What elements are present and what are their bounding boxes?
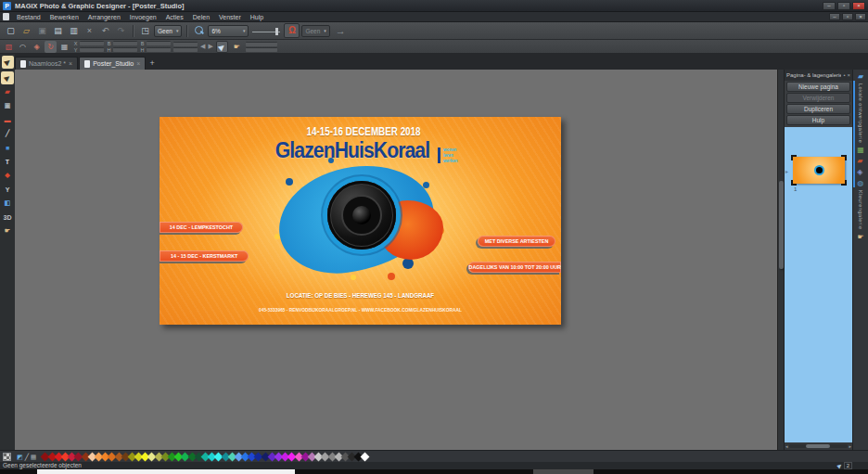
menu-item[interactable]: Acties (161, 14, 188, 20)
restore-button[interactable]: ▫ (837, 2, 850, 10)
new-document-icon[interactable]: ▢ (4, 24, 18, 38)
fill-edit-icon[interactable]: ◈ (31, 41, 43, 53)
redo-icon[interactable]: ↷ (114, 24, 128, 38)
menu-item[interactable]: Bestand (12, 14, 45, 20)
page-gallery[interactable]: ▸ 1 (785, 127, 852, 442)
forward-arrow-icon[interactable]: → (336, 25, 346, 36)
tab-poster-studio[interactable]: Poster_Studio × (79, 57, 146, 70)
mold-tool-button[interactable]: ☛ (1, 224, 14, 237)
panel-close-icon[interactable]: × (847, 72, 850, 78)
shapes-gallery-icon[interactable]: ◈ (857, 168, 864, 176)
feather-dropdown[interactable]: Geen▾ (154, 25, 182, 37)
fill-tool-button[interactable]: ◆ (1, 169, 14, 182)
text-tool-button[interactable]: T (1, 155, 14, 168)
paste-icon[interactable]: ▥ (67, 24, 81, 38)
new-page-button[interactable]: Nieuwe pagina (786, 82, 850, 92)
page-expand-arrow-icon[interactable]: ▸ (785, 168, 788, 174)
copy-icon[interactable]: ▤ (51, 24, 65, 38)
panel-horizontal-scrollbar[interactable]: ◂ ▸ (785, 442, 852, 450)
close-button[interactable]: × (852, 2, 865, 10)
width-label: B (107, 41, 111, 46)
open-icon[interactable]: ▱ (19, 24, 33, 38)
y-position-field[interactable] (80, 47, 104, 52)
undo-icon[interactable]: ↶ (98, 24, 112, 38)
minimize-button[interactable]: – (823, 2, 836, 10)
photo-enhance-tool-button[interactable]: ▣ (1, 99, 14, 112)
scale-height-field[interactable] (147, 47, 171, 52)
chevron-down-icon: ▾ (243, 28, 246, 33)
photo-paint-tool-button[interactable]: ▰ (1, 85, 14, 98)
height-field[interactable] (113, 47, 137, 52)
shadow-tool-button[interactable]: ◧ (1, 197, 14, 210)
zoom-level-dropdown[interactable]: 6%▾ (208, 25, 249, 37)
zoom-slider[interactable] (250, 25, 282, 37)
help-button[interactable]: Hulp (786, 115, 850, 125)
transform-icon[interactable]: ◳ (138, 24, 152, 38)
push-tool-icon[interactable]: ☛ (231, 41, 243, 53)
rotate-mode-icon[interactable]: ↻ (45, 41, 57, 53)
transparency-tool-button[interactable]: Y (1, 183, 14, 196)
grid-snap-icon[interactable]: ▦ (58, 41, 70, 53)
skew-angle-field[interactable] (173, 47, 198, 52)
doc-close-button[interactable]: × (855, 13, 866, 20)
hand-gallery-icon[interactable]: ☛ (857, 233, 863, 241)
arrowhead-field[interactable] (246, 47, 277, 52)
x-position-field[interactable] (80, 41, 104, 45)
duplicate-page-button[interactable]: Dupliceren (786, 104, 850, 114)
doc-minimize-button[interactable]: – (829, 13, 840, 20)
canvas[interactable]: 14-15-16 DECEMBER 2018 GlazenHuisKoraal … (15, 70, 777, 450)
delete-page-button[interactable]: Verwijderen (786, 93, 850, 103)
design-gallery-label[interactable]: Lokale ontwerpgalerie (858, 83, 863, 143)
scroll-right-icon[interactable]: ▸ (849, 443, 851, 449)
active-tool-indicator[interactable]: ▶ (0, 54, 15, 70)
image-gallery-icon[interactable]: ▦ (857, 146, 864, 154)
scrollbar-thumb[interactable] (779, 181, 784, 269)
menu-item[interactable]: Bewerken (45, 14, 83, 20)
tab-naamloos2[interactable]: Naamloos2 * × (15, 57, 78, 70)
color-pen-icon[interactable]: ╱ (25, 451, 29, 463)
scale-width-field[interactable] (147, 41, 171, 45)
profile-dropdown[interactable]: Geen▾ (301, 25, 329, 37)
extrude-3d-tool-button[interactable]: 3D (1, 211, 14, 224)
scrollbar-thumb[interactable] (806, 444, 830, 448)
scroll-left-icon[interactable]: ◂ (785, 443, 788, 449)
color-gallery-label[interactable]: Kleurengalerie (858, 190, 863, 229)
gallery-strip: ▰ Lokale ontwerpgalerie ▦▰◈◍ Kleurengale… (852, 70, 868, 450)
folder-icon[interactable]: ▰ (858, 72, 863, 81)
shape-tool-button[interactable]: ■ (1, 141, 14, 154)
pointer-mode-icon[interactable]: ▶ (216, 41, 228, 53)
select-tool-button[interactable]: ▶ (1, 71, 14, 84)
marquee-select-icon[interactable]: ▧ (3, 41, 15, 53)
outline-width-field[interactable] (246, 42, 277, 46)
curve-edit-icon[interactable]: ◠ (17, 41, 29, 53)
menu-item[interactable]: Hulp (246, 14, 268, 20)
no-color-swatch[interactable] (3, 453, 11, 461)
zoom-icon[interactable] (192, 24, 206, 38)
save-icon[interactable]: ▣ (35, 24, 49, 38)
flip-vertical-icon[interactable]: ▶ (208, 43, 212, 50)
new-tab-button[interactable]: + (147, 57, 158, 70)
width-field[interactable] (113, 41, 137, 45)
tab-close-icon[interactable]: × (136, 60, 140, 67)
poster-document[interactable]: 14-15-16 DECEMBER 2018 GlazenHuisKoraal … (160, 117, 561, 325)
rotate-angle-field[interactable] (173, 42, 198, 46)
eraser-tool-button[interactable]: ▬ (1, 113, 14, 126)
color-swatch[interactable] (362, 451, 368, 463)
menu-item[interactable]: Invoegen (125, 14, 161, 20)
page-thumbnail[interactable] (791, 155, 847, 186)
color-picker-icon[interactable]: ◩ (17, 451, 23, 463)
fill-gallery-icon[interactable]: ▰ (857, 157, 864, 165)
delete-icon[interactable]: × (83, 24, 96, 38)
tab-close-icon[interactable]: × (69, 60, 72, 67)
flip-horizontal-icon[interactable]: ◀ (200, 43, 205, 50)
menu-item[interactable]: Venster (214, 14, 246, 20)
color-grid-icon[interactable]: ▦ (31, 451, 37, 463)
canvas-vertical-scrollbar[interactable] (777, 70, 784, 450)
menu-item[interactable]: Delen (188, 14, 214, 20)
web-gallery-icon[interactable]: ◍ (857, 179, 864, 187)
menu-item[interactable]: Arrangeren (83, 14, 125, 20)
doc-restore-button[interactable]: ▫ (842, 13, 853, 20)
snap-magnet-icon[interactable]: Ω (284, 23, 300, 38)
pin-icon[interactable]: • (843, 72, 845, 78)
line-tool-button[interactable]: ╱ (1, 127, 14, 140)
